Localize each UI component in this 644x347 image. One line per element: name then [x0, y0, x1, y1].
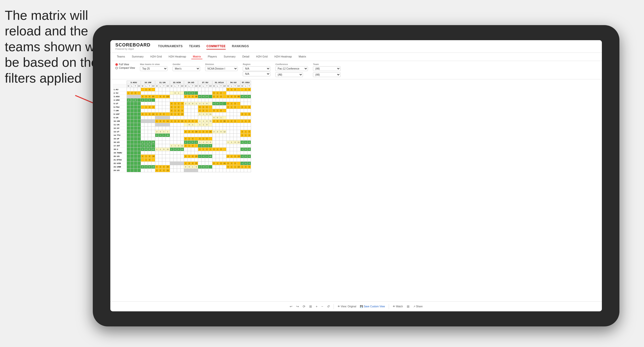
toolbar-zoom-out[interactable]: − [321, 305, 323, 308]
compact-view-label: Compact View [119, 67, 135, 69]
matrix-cell [170, 123, 173, 127]
matrix-cell [155, 95, 158, 98]
matrix-cell: 0 [170, 102, 173, 105]
matrix-cell [237, 127, 240, 130]
matrix-cell [209, 165, 212, 169]
toolbar-icon-grid[interactable]: ⊞ [407, 305, 410, 308]
matrix-cell [130, 148, 134, 151]
team-label-cell: 8. UAF [113, 112, 127, 116]
matrix-cell: 0 [233, 102, 237, 105]
matrix-cell [230, 148, 233, 151]
sub-nav-matrix1[interactable]: Matrix [191, 54, 202, 59]
sub-nav-summary2[interactable]: Summary [222, 54, 237, 59]
sub-nav-h2h-heatmap2[interactable]: H2H Heatmap [273, 54, 293, 59]
matrix-cell [202, 91, 205, 95]
matrix-scroll-area[interactable]: 3. ASU 10. UW 11. UA 22. UCB 24. UO [110, 79, 602, 311]
matrix-cell: 0 [148, 141, 151, 144]
matrix-cell [180, 91, 184, 95]
matrix-cell [155, 127, 158, 130]
matrix-cell: 1 [191, 123, 195, 127]
matrix-cell [223, 88, 226, 91]
matrix-cell [212, 158, 216, 162]
sub-nav-players[interactable]: Players [206, 54, 218, 59]
matrix-cell [219, 112, 223, 116]
conference-select[interactable]: Pac-12 Conference [275, 66, 308, 71]
matrix-cell: 23 [195, 155, 198, 158]
nav-committee[interactable]: COMMITTEE [206, 43, 226, 49]
gender-select[interactable]: Men's [173, 66, 200, 71]
matrix-cell [177, 169, 180, 172]
matrix-cell [155, 137, 158, 141]
nav-teams[interactable]: TEAMS [189, 43, 200, 49]
matrix-cell: 0 [219, 91, 223, 95]
max-teams-select[interactable]: Top 25 [140, 66, 168, 71]
matrix-cell [130, 134, 134, 137]
matrix-cell [209, 151, 212, 155]
share-btn[interactable]: ↗ Share [413, 305, 423, 308]
matrix-cell [248, 116, 251, 120]
matrix-cell [230, 144, 233, 148]
matrix-cell: 0 [184, 155, 188, 158]
matrix-cell: 2 [158, 165, 162, 169]
toolbar-zoom-in[interactable]: + [316, 305, 318, 308]
matrix-cell: 1 [173, 102, 177, 105]
team-select[interactable]: (All) [313, 66, 341, 71]
sub-nav-detail[interactable]: Detail [241, 54, 251, 59]
table-row: 20. UG010-34010231014001013100 [113, 155, 251, 158]
toolbar-redo[interactable]: ↪ [296, 305, 299, 308]
toolbar-refresh[interactable]: ⟳ [303, 305, 305, 308]
matrix-cell [170, 116, 173, 120]
team-sub-select[interactable]: (All) [313, 72, 341, 77]
division-label: Division [205, 63, 238, 66]
division-select[interactable]: NCAA Division I [205, 66, 238, 71]
watch-btn[interactable]: 👁 Watch [393, 305, 403, 308]
matrix-cell [162, 155, 166, 158]
matrix-cell [237, 123, 240, 127]
sub-nav-h2h-grid1[interactable]: H2H Grid [149, 54, 163, 59]
matrix-cell [233, 130, 237, 134]
region-select-2[interactable]: N/A [243, 72, 270, 76]
matrix-cell: 0 [212, 148, 216, 151]
full-view-radio[interactable]: Full View [115, 63, 135, 66]
matrix-cell: 0 [216, 102, 219, 105]
matrix-cell [248, 98, 251, 102]
matrix-cell [177, 162, 180, 165]
nav-rankings[interactable]: RANKINGS [232, 43, 249, 49]
matrix-cell [248, 169, 251, 172]
sub-nav-matrix2[interactable]: Matrix [297, 54, 308, 59]
matrix-cell [130, 105, 134, 109]
toolbar-undo[interactable]: ↩ [290, 305, 292, 308]
conference-sub-select[interactable]: (All) [275, 72, 303, 77]
matrix-cell: 0 [240, 130, 244, 134]
matrix-cell [180, 88, 184, 91]
matrix-cell: 13 [237, 155, 240, 158]
matrix-cell [209, 134, 212, 137]
sub-nav-summary1[interactable]: Summary [130, 54, 145, 59]
matrix-cell [148, 120, 151, 123]
sub-nav-h2h-heatmap1[interactable]: H2H Heatmap [167, 54, 188, 59]
matrix-cell: 0 [162, 148, 166, 151]
matrix-cell: 0 [202, 95, 205, 98]
matrix-cell: 0 [233, 105, 237, 109]
toolbar-reset[interactable]: ↺ [327, 305, 330, 308]
matrix-cell [195, 98, 198, 102]
view-original-btn[interactable]: 👁 View: Original [338, 305, 356, 308]
toolbar-zoom-fit[interactable]: ⊞ [309, 305, 312, 308]
sh-ucla-w: W [212, 84, 216, 88]
sub-nav-h2h-grid2[interactable]: H2H Grid [255, 54, 269, 59]
matrix-cell [180, 165, 184, 169]
matrix-cell [158, 127, 162, 130]
sub-nav-teams[interactable]: Teams [115, 54, 126, 59]
matrix-cell: 0 [248, 141, 251, 144]
matrix-cell [205, 151, 209, 155]
matrix-cell: 1 [191, 165, 195, 169]
matrix-cell [216, 155, 219, 158]
compact-view-radio[interactable]: Compact View [115, 67, 135, 69]
matrix-cell [216, 137, 219, 141]
nav-tournaments[interactable]: TOURNAMENTS [158, 43, 183, 49]
matrix-cell [137, 127, 141, 130]
matrix-cell: 2 [230, 120, 233, 123]
region-select-1[interactable]: N/A [243, 66, 270, 71]
sh-osu-w: W [240, 84, 244, 88]
save-custom-btn[interactable]: 💾 Save Custom View [360, 305, 385, 308]
